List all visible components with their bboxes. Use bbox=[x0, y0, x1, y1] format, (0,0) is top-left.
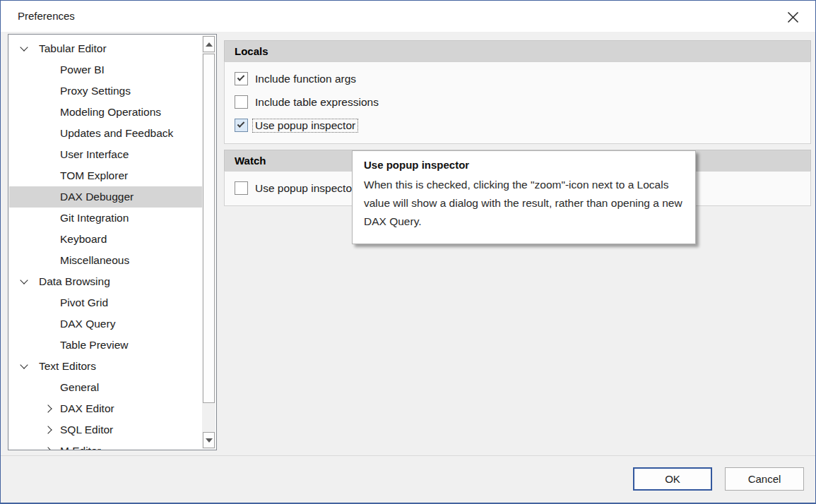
tree-item-label: Tabular Editor bbox=[39, 42, 107, 54]
tree-item-label: Proxy Settings bbox=[60, 85, 131, 97]
tree-item[interactable]: Keyboard bbox=[9, 229, 203, 250]
tree-scrollbar[interactable] bbox=[202, 35, 215, 449]
ok-button[interactable]: OK bbox=[633, 467, 712, 491]
tooltip-title: Use popup inspector bbox=[364, 159, 684, 171]
tree-chevron-icon[interactable] bbox=[20, 43, 28, 51]
tree-item[interactable]: Proxy Settings bbox=[9, 80, 203, 102]
tree-item[interactable]: SQL Editor bbox=[9, 419, 203, 440]
tree-item-label: Power BI bbox=[60, 64, 105, 76]
tree-item-label: DAX Editor bbox=[60, 402, 114, 414]
tree-item-label: User Interface bbox=[60, 148, 129, 160]
tree-item-label: Pivot Grid bbox=[60, 296, 108, 308]
tree-item-label: TOM Explorer bbox=[60, 169, 128, 181]
section-locals-header: Locals bbox=[224, 40, 811, 61]
tree-item[interactable]: Modeling Operations bbox=[9, 102, 203, 123]
tree-chevron-icon[interactable] bbox=[20, 276, 28, 284]
tree-item-label: Git Integration bbox=[60, 212, 129, 224]
tree-item[interactable]: DAX Debugger bbox=[9, 186, 203, 208]
tree-item[interactable]: General bbox=[9, 377, 203, 398]
tree-item[interactable]: Updates and Feedback bbox=[9, 123, 203, 144]
checkbox-row: Include table expressions bbox=[235, 95, 810, 109]
close-icon bbox=[787, 11, 799, 23]
close-button[interactable] bbox=[783, 8, 803, 26]
triangle-up-icon bbox=[206, 42, 213, 47]
tooltip-body: When this is checked, clicking the "zoom… bbox=[364, 176, 683, 231]
footer-divider bbox=[1, 455, 815, 456]
checkbox[interactable] bbox=[235, 95, 248, 109]
tree-item-label: Table Preview bbox=[60, 339, 129, 351]
checkbox-label[interactable]: Use popup inspector bbox=[253, 119, 357, 132]
tree-item-label: Miscellaneous bbox=[60, 254, 129, 266]
checkbox-label[interactable]: Use popup inspector bbox=[253, 182, 357, 195]
scrollbar-thumb[interactable] bbox=[203, 54, 215, 403]
tree-chevron-icon[interactable] bbox=[44, 404, 52, 412]
tree-item[interactable]: Tabular Editor bbox=[9, 38, 203, 59]
tree-chevron-icon[interactable] bbox=[44, 447, 52, 450]
tree-item[interactable]: Pivot Grid bbox=[9, 292, 203, 313]
checkbox-row: Use popup inspector bbox=[235, 119, 810, 132]
tree-item-label: Data Browsing bbox=[39, 275, 110, 287]
checkbox-label[interactable]: Include function args bbox=[253, 73, 358, 85]
tree-item-label: M Editor bbox=[60, 445, 101, 450]
tree-item-label: DAX Debugger bbox=[60, 191, 134, 203]
tree-chevron-icon[interactable] bbox=[20, 361, 28, 368]
preferences-dialog: Preferences Tabular Editor Power BI Prox… bbox=[0, 0, 816, 504]
scroll-down-button[interactable] bbox=[203, 432, 215, 448]
tree-item[interactable]: Text Editors bbox=[9, 356, 203, 377]
tree-item-label: DAX Query bbox=[60, 318, 115, 330]
checkbox[interactable] bbox=[235, 119, 248, 132]
tree-item-label: Modeling Operations bbox=[60, 106, 161, 118]
tree-item[interactable]: DAX Query bbox=[9, 313, 203, 335]
tree-item[interactable]: Power BI bbox=[9, 59, 203, 80]
tree-item-label: SQL Editor bbox=[60, 424, 113, 436]
triangle-down-icon bbox=[206, 438, 213, 443]
tree-chevron-icon[interactable] bbox=[44, 426, 52, 433]
settings-tree: Tabular Editor Power BI Proxy Settings M… bbox=[8, 34, 217, 450]
tree-rows: Tabular Editor Power BI Proxy Settings M… bbox=[9, 38, 203, 450]
checkbox-row: Include function args bbox=[235, 72, 810, 85]
tree-item[interactable]: Miscellaneous bbox=[9, 250, 203, 271]
cancel-button[interactable]: Cancel bbox=[725, 467, 804, 491]
tree-item[interactable]: Git Integration bbox=[9, 208, 203, 229]
tree-item[interactable]: DAX Editor bbox=[9, 398, 203, 419]
checkbox[interactable] bbox=[235, 72, 248, 85]
section-locals: Locals Include function args Include tab… bbox=[224, 40, 811, 144]
tree-item-label: General bbox=[60, 381, 99, 393]
section-locals-body: Include function args Include table expr… bbox=[224, 61, 811, 144]
tree-item[interactable]: M Editor bbox=[9, 440, 203, 450]
scroll-up-button[interactable] bbox=[203, 36, 215, 52]
tree-item-label: Text Editors bbox=[39, 360, 96, 372]
tree-item-label: Updates and Feedback bbox=[60, 127, 173, 139]
tree-item[interactable]: TOM Explorer bbox=[9, 165, 203, 186]
window-title: Preferences bbox=[18, 10, 75, 22]
title-bar: Preferences bbox=[1, 1, 815, 32]
tree-item-label: Keyboard bbox=[60, 233, 107, 245]
tree-item[interactable]: Table Preview bbox=[9, 335, 203, 356]
tree-item[interactable]: Data Browsing bbox=[9, 271, 203, 292]
checkmark-icon bbox=[237, 73, 245, 81]
tooltip: Use popup inspector When this is checked… bbox=[352, 150, 696, 244]
checkmark-icon bbox=[237, 120, 245, 128]
checkbox-label[interactable]: Include table expressions bbox=[253, 96, 381, 109]
tree-item[interactable]: User Interface bbox=[9, 144, 203, 165]
checkbox[interactable] bbox=[235, 181, 248, 195]
